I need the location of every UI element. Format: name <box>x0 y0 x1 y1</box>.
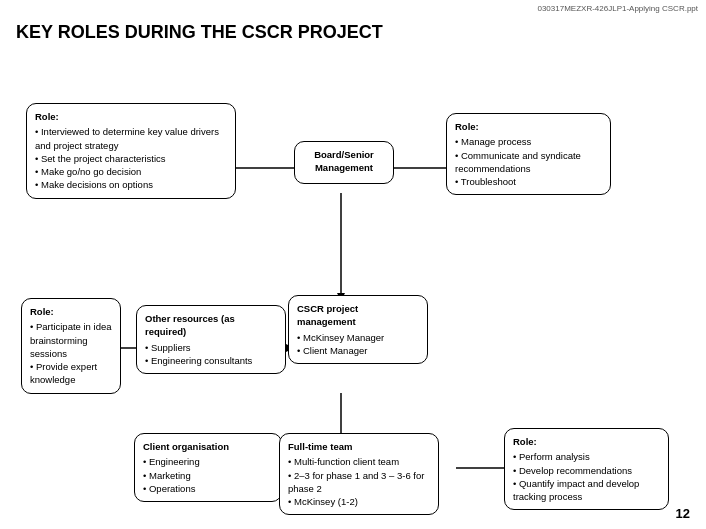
file-label: 030317MEZXR-426JLP1-Applying CSCR.ppt <box>537 4 698 13</box>
list-item: Communicate and syndicate recommendation… <box>455 149 602 176</box>
bottom-right-role-title: Role: <box>513 435 660 448</box>
cscr-project-list: McKinsey Manager Client Manager <box>297 331 419 358</box>
list-item: Interviewed to determine key value drive… <box>35 125 227 152</box>
full-time-team-title: Full-time team <box>288 440 430 453</box>
list-item: Operations <box>143 482 273 495</box>
page-title: KEY ROLES DURING THE CSCR PROJECT <box>16 22 690 43</box>
client-organisation-list: Engineering Marketing Operations <box>143 455 273 495</box>
list-item: 2–3 for phase 1 and 3 – 3-6 for phase 2 <box>288 469 430 496</box>
top-right-role-list: Manage process Communicate and syndicate… <box>455 135 602 188</box>
list-item: Multi-function client team <box>288 455 430 468</box>
list-item: McKinsey Manager <box>297 331 419 344</box>
list-item: Marketing <box>143 469 273 482</box>
list-item: McKinsey (1-2) <box>288 495 430 508</box>
diagram-area: Role: Interviewed to determine key value… <box>16 53 696 513</box>
list-item: Quantify impact and develop tracking pro… <box>513 477 660 504</box>
top-right-role-box: Role: Manage process Communicate and syn… <box>446 113 611 195</box>
list-item: Provide expert knowledge <box>30 360 112 387</box>
top-left-role-list: Interviewed to determine key value drive… <box>35 125 227 191</box>
list-item: Make go/no go decision <box>35 165 227 178</box>
list-item: Manage process <box>455 135 602 148</box>
cscr-project-box: CSCR project management McKinsey Manager… <box>288 295 428 364</box>
list-item: Troubleshoot <box>455 175 602 188</box>
board-senior-title: Board/Senior Management <box>303 148 385 175</box>
list-item: Client Manager <box>297 344 419 357</box>
bottom-right-role-box: Role: Perform analysis Develop recommend… <box>504 428 669 510</box>
other-resources-box: Other resources (as required) Suppliers … <box>136 305 286 374</box>
other-resources-list: Suppliers Engineering consultants <box>145 341 277 368</box>
client-organisation-box: Client organisation Engineering Marketin… <box>134 433 282 502</box>
list-item: Set the project characteristics <box>35 152 227 165</box>
list-item: Participate in idea brainstorming sessio… <box>30 320 112 360</box>
list-item: Make decisions on options <box>35 178 227 191</box>
left-role-title: Role: <box>30 305 112 318</box>
top-left-role-box: Role: Interviewed to determine key value… <box>26 103 236 199</box>
list-item: Suppliers <box>145 341 277 354</box>
full-time-team-list: Multi-function client team 2–3 for phase… <box>288 455 430 508</box>
full-time-team-box: Full-time team Multi-function client tea… <box>279 433 439 515</box>
bottom-right-role-list: Perform analysis Develop recommendations… <box>513 450 660 503</box>
left-role-list: Participate in idea brainstorming sessio… <box>30 320 112 386</box>
list-item: Engineering consultants <box>145 354 277 367</box>
client-organisation-title: Client organisation <box>143 440 273 453</box>
cscr-project-title: CSCR project management <box>297 302 419 329</box>
other-resources-title: Other resources (as required) <box>145 312 277 339</box>
list-item: Perform analysis <box>513 450 660 463</box>
board-senior-box: Board/Senior Management <box>294 141 394 184</box>
left-role-box: Role: Participate in idea brainstorming … <box>21 298 121 394</box>
top-left-role-title: Role: <box>35 110 227 123</box>
page: 030317MEZXR-426JLP1-Applying CSCR.ppt KE… <box>0 0 706 529</box>
page-number: 12 <box>676 506 690 521</box>
top-right-role-title: Role: <box>455 120 602 133</box>
list-item: Develop recommendations <box>513 464 660 477</box>
list-item: Engineering <box>143 455 273 468</box>
